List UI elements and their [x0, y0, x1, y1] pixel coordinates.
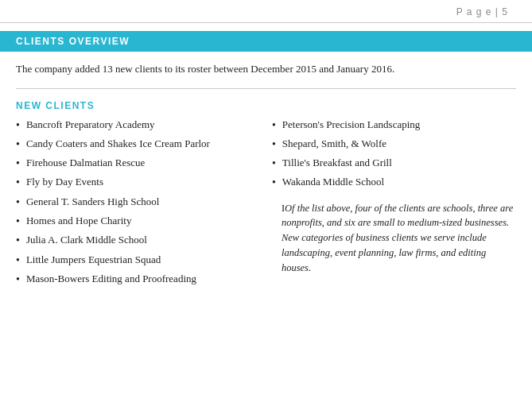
list-item: Tillie's Breakfast and Grill — [272, 156, 516, 172]
right-top-list: Peterson's Precision LandscapingShepard,… — [272, 118, 516, 192]
list-item: Homes and Hope Charity — [16, 214, 256, 230]
intro-text: The company added 13 new clients to its … — [0, 52, 532, 85]
left-bullet-list: Bancroft Preparatory AcademyCandy Coater… — [16, 118, 256, 288]
left-column: Bancroft Preparatory AcademyCandy Coater… — [16, 118, 256, 292]
divider — [16, 88, 516, 89]
list-item: Mason-Bowers Editing and Proofreading — [16, 272, 256, 288]
list-item: Bancroft Preparatory Academy — [16, 118, 256, 133]
list-item: Wakanda Middle School — [272, 175, 516, 191]
new-clients-label: NEW CLIENTS — [0, 97, 532, 118]
page-container: P a g e | 5 CLIENTS OVERVIEW The company… — [0, 0, 532, 414]
page-number: P a g e | 5 — [0, 0, 532, 23]
list-item: Firehouse Dalmatian Rescue — [16, 156, 256, 172]
list-item: Little Jumpers Equestrian Squad — [16, 253, 256, 269]
list-item: Candy Coaters and Shakes Ice Cream Parlo… — [16, 137, 256, 153]
clients-overview-header: CLIENTS OVERVIEW — [0, 31, 532, 52]
summary-text: IOf the list above, four of the clients … — [272, 201, 516, 276]
list-item: Peterson's Precision Landscaping — [272, 118, 516, 133]
list-item: Julia A. Clark Middle School — [16, 233, 256, 249]
list-item: General T. Sanders High School — [16, 195, 256, 211]
text-cursor-icon: I — [282, 203, 285, 214]
two-column-layout: Bancroft Preparatory AcademyCandy Coater… — [0, 118, 532, 292]
right-column: Peterson's Precision LandscapingShepard,… — [272, 118, 516, 292]
list-item: Fly by Day Events — [16, 175, 256, 191]
right-bullet-list: Peterson's Precision LandscapingShepard,… — [272, 118, 516, 192]
list-item: Shepard, Smith, & Wolfe — [272, 137, 516, 153]
